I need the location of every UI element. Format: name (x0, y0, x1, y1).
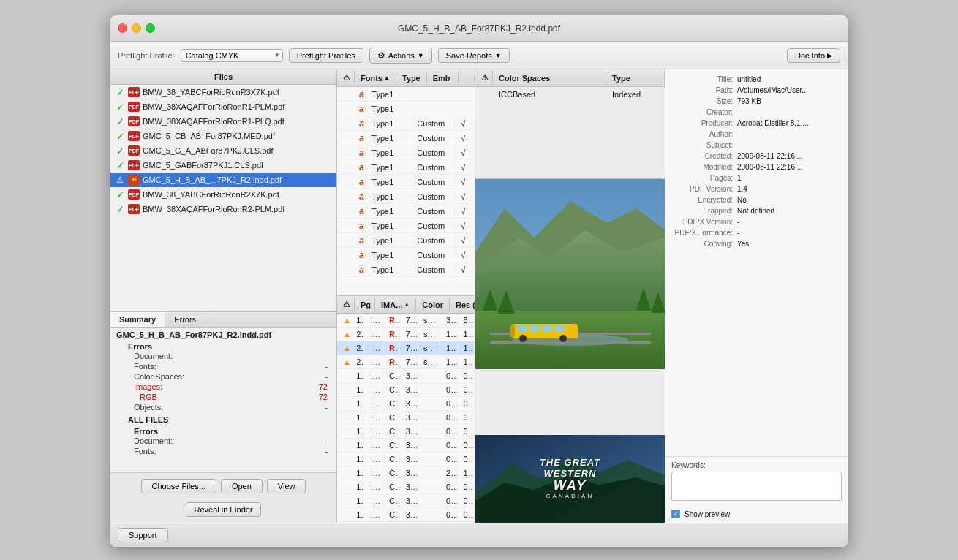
img-res: 73 (400, 356, 418, 368)
images-warn-header: ⚠ (337, 298, 355, 311)
font-warn (337, 224, 353, 227)
image-row[interactable]: ▲ 2 Im2 RGB 73 sRGB IEC6196... 1.27 1.42 (337, 355, 475, 369)
doc-info-button[interactable]: Doc Info ▶ (787, 48, 840, 63)
font-row[interactable]: a AvantGarde-Demi Type1 Custom √ (337, 248, 475, 262)
file-item[interactable]: ✓ PDF GMC_5_CB_AB_For87PKJ.MED.pdf (110, 129, 336, 143)
image-row[interactable]: 1 Im18 CMYK 300 0.50 0.34 (337, 439, 475, 453)
img-color: CMYK (383, 370, 400, 382)
image-row[interactable]: 1 Im21 CMYK 300 0.98 0.25 (337, 494, 475, 508)
img-height: 1.45 (458, 328, 475, 340)
img-ima: Im0 (364, 314, 383, 326)
warning-col-icon: ⚠ (343, 73, 350, 83)
summary-document-row: Document: - (116, 351, 331, 361)
image-row[interactable]: 1 Im22 CMYK 300 0.98 0.25 (337, 508, 475, 522)
img-ima: Im18 (364, 439, 383, 451)
font-type: Type1 (366, 191, 407, 203)
info-copving-row: Copving: Yes (665, 238, 848, 249)
info-size-row: Size: 793 KB (665, 96, 848, 107)
cover-area: THE GREAT WESTERN WAY CANADIAN (475, 435, 665, 523)
images-pg-header: Pg (355, 298, 375, 311)
image-row[interactable]: 1 Im19 CMYK 300 0.98 0.34 (337, 453, 475, 466)
file-item[interactable]: ✓ PDF BMW_38XAQAFForRioRonR1-PLM.pdf (110, 99, 336, 114)
img-height: 1.42 (458, 356, 475, 368)
file-item[interactable]: ✓ PDF GMC_5_G_A_ABFor87PKJ.CLS.pdf (110, 143, 336, 158)
font-warn (337, 254, 353, 257)
img-warn (337, 499, 350, 502)
info-pdfxversion-row: PDF/X Version: - (665, 216, 848, 227)
info-created-row: Created: 2009-08-11 22:16:... (665, 151, 848, 162)
image-row[interactable]: 1 Im20 CMYK 300 0.98 0.25 (337, 480, 475, 494)
img-pg: 1 (350, 314, 364, 326)
svg-rect-13 (543, 326, 551, 332)
file-item[interactable]: ✓ PDF GMC_5_GABFor87PKJ1.CLS.pdf (110, 158, 336, 173)
font-row[interactable]: a DIN-BoldItalic Type1 Custom √ (337, 160, 475, 175)
images-list: ▲ 1 Im0 RGB 72 sRGB IEC6196... 3.44 5.11… (337, 314, 475, 523)
view-button[interactable]: View (267, 479, 306, 493)
save-reports-button[interactable]: Save Repots ▼ (438, 48, 510, 63)
font-row[interactable]: a DIN-Regular Type1 Custom √ (337, 189, 475, 204)
images-table-header: ⚠ Pg IMA... ▲ Color Res (dpi) ICC Profil… (337, 296, 475, 314)
font-row[interactable]: a ArialNarrowMT-Bold Type1 Custom √ (337, 116, 475, 131)
choose-files-button[interactable]: Choose Files... (141, 479, 216, 493)
image-row[interactable]: 1 Im2 CMYK 300 2.42 1.38 (337, 466, 475, 480)
show-preview-label: Show preview (684, 510, 730, 518)
font-row[interactable]: a AvantGarde-Bold Type1 Custom √ (337, 219, 475, 233)
font-check: √ (455, 191, 475, 203)
image-row[interactable]: ▲ 1 Im0 RGB 72 sRGB IEC6196... 3.44 5.11 (337, 314, 475, 328)
file-item[interactable]: ✓ PDF BMW_38_YABCForRioRonR3X7K.pdf (110, 85, 336, 99)
font-row[interactable]: a AvantGarde-Book Type1 Custom √ (337, 145, 475, 160)
font-a-icon: a (359, 177, 364, 187)
preflight-profiles-button[interactable]: Preflight Profiles (289, 48, 363, 63)
file-item-selected[interactable]: ⚠ ID GMC_5_H_B_AB_...7PKJ_R2.indd.pdf (110, 173, 336, 187)
pdf-icon: PDF (128, 116, 140, 126)
img-width: 1.27 (440, 328, 457, 340)
img-res: 300 (400, 467, 418, 479)
image-row[interactable]: ▲ 2 Im0 RGB 73 sRGB IEC6196... 1.27 1.45 (337, 328, 475, 341)
errors-tab[interactable]: Errors (165, 312, 205, 327)
font-name: a ArialMT (353, 263, 366, 276)
all-files-label: ALL FILES (116, 415, 331, 424)
file-item[interactable]: ✓ PDF BMW_38_YABCForRioRonR2X7K.pdf (110, 187, 336, 202)
font-row[interactable]: a DIN-Medium Type1 Custom √ (337, 131, 475, 145)
font-row[interactable]: a ArialMT-Black Type1 Custom √ (337, 175, 475, 189)
fonts-list: a ArialNarrowMT Type1 a Helvetica Type1 (337, 87, 475, 295)
image-row[interactable]: 1 Im13 CMYK 300 0.98 0.25 (337, 369, 475, 383)
font-a-icon: a (359, 250, 364, 260)
cs-row[interactable]: ICCBased Indexed (475, 87, 665, 102)
reveal-in-finder-button[interactable]: Reveal in Finder (186, 502, 260, 517)
image-row[interactable]: 1 Im23 CMYK 300 0.98 0.34 (337, 522, 475, 523)
img-ima: Im21 (364, 495, 383, 507)
font-row[interactable]: a DIN-Bold Type1 Custom √ (337, 233, 475, 248)
font-emb: Custom (407, 235, 455, 246)
file-item[interactable]: ✓ PDF BMW_38XAQAFForRioRonR1-PLQ.pdf (110, 114, 336, 129)
close-button[interactable] (118, 23, 127, 33)
summary-tab[interactable]: Summary (110, 312, 165, 327)
font-warn (337, 181, 353, 183)
image-row[interactable]: 1 Im15 CMYK 300 0.98 0.34 (337, 397, 475, 411)
image-row[interactable]: 1 Im17 CMYK 300 0.42 0.67 (337, 425, 475, 439)
font-row[interactable]: a ArialNarrowMT Type1 (337, 87, 475, 102)
img-width: 0.98 (440, 481, 457, 493)
show-preview-checkbox[interactable]: ✓ (671, 510, 680, 518)
font-warn (337, 239, 353, 242)
preflight-profile-select[interactable]: Catalog CMYK (181, 49, 283, 62)
cs-name-header: Color Spaces (493, 72, 606, 85)
image-row[interactable]: 1 Im16 CMYK 300 0.50 0.34 (337, 411, 475, 425)
font-row[interactable]: a Helvetica Type1 (337, 102, 475, 116)
font-row[interactable]: a ArialMT-Bold Type1 Custom √ (337, 204, 475, 219)
font-check: √ (455, 235, 475, 246)
image-row-selected[interactable]: ▲ 2 Im1 RGB 73 sRGB IEC6196... 1.25 1.52 (337, 341, 475, 355)
font-row[interactable]: a ArialMT Type1 Custom √ (337, 262, 475, 277)
support-button[interactable]: Support (118, 528, 168, 542)
maximize-button[interactable] (146, 23, 155, 33)
minimize-button[interactable] (132, 23, 141, 33)
font-warn (337, 107, 353, 110)
status-ok-icon: ✓ (115, 189, 125, 200)
img-warn: ▲ (337, 328, 350, 340)
img-pg: 1 (350, 495, 364, 507)
open-button[interactable]: Open (221, 479, 263, 493)
image-row[interactable]: 1 Im14 CMYK 300 0.98 0.25 (337, 383, 475, 397)
img-width: 1.27 (440, 356, 457, 368)
file-item[interactable]: ✓ PDF BMW_38XAQAFForRioRonR2-PLM.pdf (110, 202, 336, 216)
actions-button[interactable]: ⚙ Actions ▼ (369, 48, 432, 64)
